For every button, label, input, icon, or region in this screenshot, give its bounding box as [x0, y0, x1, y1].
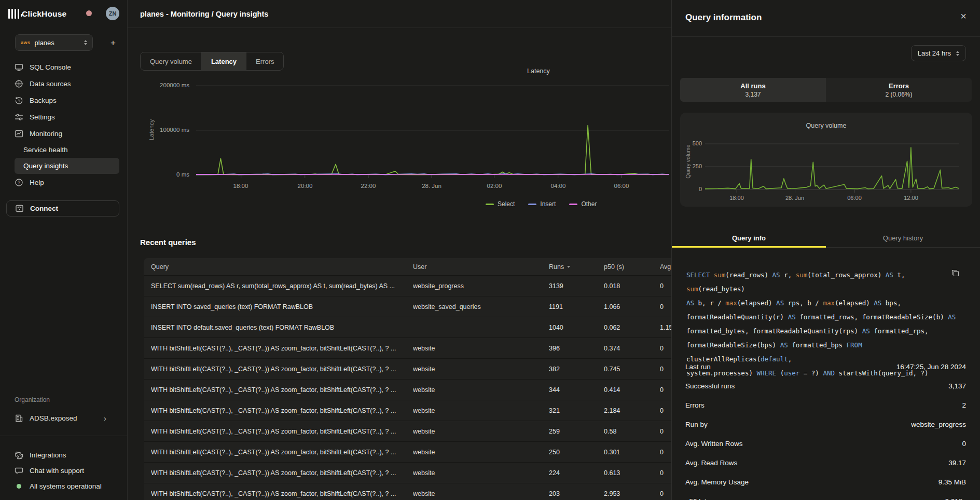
brand-name: ClickHouse	[22, 9, 66, 19]
chevron-right-icon: ›	[104, 414, 106, 423]
y-tick-200000: 200000 ms	[135, 82, 189, 88]
x-tick-1: 20:00	[298, 183, 313, 189]
stat-row: Avg. Written Rows0	[685, 434, 966, 453]
chart-tabbar: Query volume Latency Errors	[140, 52, 284, 71]
panel-tabs: Query info Query history	[672, 228, 980, 248]
clickhouse-logo-icon	[8, 9, 22, 21]
legend-select[interactable]: Select	[486, 200, 515, 208]
stat-row: Errors2	[685, 396, 966, 415]
active-tab-underline	[672, 246, 826, 248]
sort-desc-icon	[567, 266, 570, 268]
sidebar: ClickHouse ZN aws planes + SQL Console D…	[0, 0, 128, 500]
sidebar-item-query-insights[interactable]: Query insights	[15, 158, 119, 174]
other-series-swatch	[569, 204, 577, 205]
panel-divider	[672, 36, 980, 37]
avatar[interactable]: ZN	[106, 7, 119, 20]
y-tick-100000: 100000 ms	[135, 127, 189, 133]
query-volume-card: Query volume Query volume 500 250 0 18:0…	[680, 113, 972, 207]
col-p50: p50 (s)	[604, 258, 656, 275]
chevron-updown-icon	[956, 51, 959, 56]
data-sources-icon	[15, 79, 23, 88]
runs-errors-segments: All runs 3,137 Errors 2 (0.06%)	[680, 78, 972, 102]
add-service-button[interactable]: +	[106, 36, 120, 50]
page-title: planes - Monitoring / Query insights	[140, 10, 268, 18]
project-selector[interactable]: aws planes	[15, 34, 93, 51]
sidebar-item-settings[interactable]: Settings	[0, 109, 128, 125]
qv-x-tick-3: 12:00	[904, 195, 918, 201]
query-volume-title: Query volume	[680, 122, 972, 129]
legend-insert[interactable]: Insert	[528, 200, 556, 208]
backups-icon	[15, 96, 23, 105]
organization-label: Organization	[15, 396, 50, 403]
latency-chart	[196, 73, 669, 179]
chart-legend: Select Insert Other	[486, 200, 597, 208]
query-stats: Last run16:47:25, Jun 28 2024 Successful…	[685, 357, 966, 500]
select-series-swatch	[486, 204, 494, 205]
notification-dot-icon[interactable]	[86, 10, 92, 16]
organization-icon	[15, 414, 23, 423]
connect-button[interactable]: Connect	[6, 200, 119, 217]
tab-latency[interactable]: Latency	[202, 52, 246, 70]
help-icon: ?	[15, 178, 23, 187]
chevron-updown-icon	[84, 40, 87, 45]
sidebar-item-sql-console[interactable]: SQL Console	[0, 59, 128, 75]
qv-tick-500: 500	[680, 140, 702, 146]
sidebar-item-backups[interactable]: Backups	[0, 92, 128, 109]
time-range-select[interactable]: Last 24 hrs	[911, 45, 966, 61]
copy-icon[interactable]	[951, 269, 959, 279]
insert-series-swatch	[528, 204, 536, 205]
stat-row: Successful runs3,137	[685, 376, 966, 396]
sidebar-item-chat-support[interactable]: Chat with support	[0, 463, 128, 479]
stat-row: Avg. Read Rows39.17	[685, 453, 966, 472]
stat-row: Last run16:47:25, Jun 28 2024	[685, 357, 966, 376]
svg-text:?: ?	[18, 180, 20, 185]
qv-x-tick-2: 06:00	[847, 195, 862, 201]
qv-x-tick-0: 18:00	[729, 195, 744, 201]
segment-all-runs[interactable]: All runs 3,137	[680, 78, 826, 102]
stat-row: Run bywebsite_progress	[685, 415, 966, 434]
aws-icon: aws	[21, 40, 31, 45]
operational-status-icon	[15, 482, 23, 491]
sidebar-item-integrations[interactable]: Integrations	[0, 447, 128, 463]
sql-console-icon	[15, 63, 23, 72]
sidebar-item-system-status[interactable]: All systems operational	[0, 478, 128, 494]
monitoring-icon	[15, 129, 23, 138]
x-tick-3: 28. Jun	[422, 183, 441, 189]
sidebar-item-service-health[interactable]: Service health	[0, 142, 128, 158]
panel-title: Query information	[685, 12, 762, 23]
settings-icon	[15, 113, 23, 121]
tab-query-info[interactable]: Query info	[672, 228, 826, 247]
sidebar-item-monitoring[interactable]: Monitoring	[0, 126, 128, 142]
segment-errors[interactable]: Errors 2 (0.06%)	[826, 78, 972, 102]
close-icon[interactable]: ×	[960, 10, 967, 22]
integrations-icon	[15, 451, 23, 460]
query-information-panel: Query information × Last 24 hrs All runs…	[671, 0, 980, 500]
tab-query-history[interactable]: Query history	[826, 228, 980, 247]
query-volume-chart	[705, 132, 959, 196]
x-tick-6: 06:00	[614, 183, 629, 189]
chat-icon	[15, 466, 23, 475]
x-tick-2: 22:00	[361, 183, 376, 189]
sidebar-item-data-sources[interactable]: Data sources	[0, 76, 128, 92]
sidebar-divider	[0, 436, 128, 436]
connect-icon	[15, 204, 24, 213]
col-query: Query	[151, 258, 408, 275]
qv-tick-0: 0	[680, 186, 702, 192]
tab-query-volume[interactable]: Query volume	[141, 52, 202, 70]
qv-tick-250: 250	[680, 163, 702, 169]
sidebar-item-help[interactable]: ? Help	[0, 174, 128, 191]
legend-other[interactable]: Other	[569, 200, 597, 208]
col-runs-sort[interactable]: Runs	[549, 258, 601, 275]
tab-errors[interactable]: Errors	[246, 52, 283, 70]
recent-queries-title: Recent queries	[140, 238, 196, 247]
stat-row: p50 latency0.018s	[685, 492, 966, 500]
col-user: User	[413, 258, 543, 275]
project-name: planes	[35, 39, 80, 47]
organization-row[interactable]: ADSB.exposed ›	[0, 410, 128, 426]
x-tick-5: 04:00	[551, 183, 566, 189]
x-tick-0: 18:00	[233, 183, 249, 189]
stat-row: Avg. Memory Usage9.35 MiB	[685, 472, 966, 492]
y-tick-0: 0 ms	[135, 171, 189, 178]
qv-x-tick-1: 28. Jun	[785, 195, 804, 201]
x-tick-4: 02:00	[487, 183, 502, 189]
